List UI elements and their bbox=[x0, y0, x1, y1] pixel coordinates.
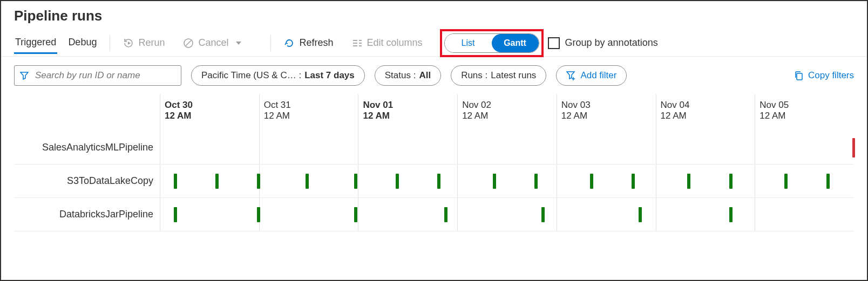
copy-icon bbox=[794, 71, 804, 80]
toolbar: Triggered Debug Rerun Cancel Refresh bbox=[1, 30, 867, 57]
run-success[interactable] bbox=[354, 174, 357, 189]
run-success[interactable] bbox=[729, 174, 733, 189]
search-field[interactable] bbox=[34, 70, 175, 81]
page-title: Pipeline runs bbox=[1, 1, 867, 30]
run-success[interactable] bbox=[174, 174, 177, 189]
svg-rect-10 bbox=[797, 73, 802, 80]
app-frame: Pipeline runs Triggered Debug Rerun Canc… bbox=[0, 0, 868, 281]
columns-icon bbox=[352, 39, 363, 47]
separator bbox=[110, 35, 110, 51]
row-track bbox=[160, 198, 854, 231]
pipeline-label[interactable]: S3ToDataLakeCopy bbox=[14, 175, 160, 187]
gantt-chart: Oct 3012 AMOct 3112 AMNov 0112 AMNov 021… bbox=[14, 94, 854, 267]
row-track bbox=[160, 165, 854, 197]
view-gantt[interactable]: Gantt bbox=[492, 34, 539, 52]
gantt-row: S3ToDataLakeCopy bbox=[14, 165, 854, 198]
refresh-icon bbox=[284, 38, 295, 49]
view-toggle-highlight: List Gantt bbox=[440, 29, 544, 57]
timeline-column: Oct 3012 AM bbox=[160, 94, 259, 131]
timeline-column: Nov 0212 AM bbox=[457, 94, 557, 131]
edit-columns-button[interactable]: Edit columns bbox=[351, 35, 424, 51]
timeline-column: Oct 3112 AM bbox=[259, 94, 358, 131]
filter-row: Pacific Time (US & C… : Last 7 days Stat… bbox=[1, 57, 867, 94]
run-success[interactable] bbox=[493, 174, 496, 189]
add-filter-icon bbox=[566, 71, 576, 80]
svg-line-1 bbox=[186, 40, 191, 46]
search-input[interactable] bbox=[14, 65, 181, 86]
run-success[interactable] bbox=[541, 207, 545, 222]
rerun-icon bbox=[123, 38, 134, 49]
timeline-header: Oct 3012 AMOct 3112 AMNov 0112 AMNov 021… bbox=[14, 94, 854, 131]
gantt-row: DatabricksJarPipeline bbox=[14, 198, 854, 231]
filter-status[interactable]: Status : All bbox=[375, 65, 441, 86]
tab-triggered[interactable]: Triggered bbox=[14, 32, 57, 54]
run-success[interactable] bbox=[257, 174, 260, 189]
run-success[interactable] bbox=[437, 174, 440, 189]
run-success[interactable] bbox=[534, 174, 538, 189]
run-success[interactable] bbox=[590, 174, 593, 189]
filter-time[interactable]: Pacific Time (US & C… : Last 7 days bbox=[191, 65, 365, 86]
run-success[interactable] bbox=[826, 174, 830, 189]
run-failed[interactable] bbox=[852, 138, 855, 157]
filter-icon bbox=[20, 71, 29, 80]
run-success[interactable] bbox=[257, 207, 260, 222]
copy-filters-button[interactable]: Copy filters bbox=[794, 70, 854, 81]
row-track bbox=[160, 131, 854, 164]
run-success[interactable] bbox=[396, 174, 399, 189]
run-success[interactable] bbox=[639, 207, 642, 222]
group-by-annotations[interactable]: Group by annotations bbox=[548, 37, 658, 49]
timeline-column: Nov 0512 AM bbox=[755, 94, 854, 131]
timeline-column: Nov 0312 AM bbox=[557, 94, 656, 131]
view-list[interactable]: List bbox=[445, 34, 492, 52]
view-toggle: List Gantt bbox=[444, 33, 539, 53]
filter-runs[interactable]: Runs : Latest runs bbox=[451, 65, 546, 86]
run-success[interactable] bbox=[306, 174, 309, 189]
rerun-button[interactable]: Rerun bbox=[122, 35, 166, 51]
run-success[interactable] bbox=[354, 207, 357, 222]
cancel-button[interactable]: Cancel bbox=[182, 35, 242, 51]
timeline-column: Nov 0412 AM bbox=[656, 94, 755, 131]
tab-debug[interactable]: Debug bbox=[67, 32, 98, 54]
checkbox[interactable] bbox=[548, 37, 560, 49]
run-success[interactable] bbox=[687, 174, 690, 189]
run-success[interactable] bbox=[632, 174, 635, 189]
add-filter-button[interactable]: Add filter bbox=[556, 65, 627, 86]
pipeline-label[interactable]: DatabricksJarPipeline bbox=[14, 209, 160, 220]
separator bbox=[270, 35, 271, 51]
cancel-icon bbox=[183, 38, 194, 49]
gantt-row: SalesAnalyticsMLPipeline bbox=[14, 131, 854, 165]
tabs: Triggered Debug bbox=[14, 30, 98, 56]
run-success[interactable] bbox=[174, 207, 177, 222]
refresh-button[interactable]: Refresh bbox=[283, 35, 334, 51]
run-success[interactable] bbox=[444, 207, 447, 222]
run-success[interactable] bbox=[784, 174, 788, 189]
pipeline-label[interactable]: SalesAnalyticsMLPipeline bbox=[14, 142, 160, 153]
run-success[interactable] bbox=[729, 207, 733, 222]
chevron-down-icon bbox=[233, 37, 241, 49]
gantt-body: SalesAnalyticsMLPipelineS3ToDataLakeCopy… bbox=[14, 131, 854, 231]
run-success[interactable] bbox=[215, 174, 219, 189]
timeline-column: Nov 0112 AM bbox=[358, 94, 457, 131]
